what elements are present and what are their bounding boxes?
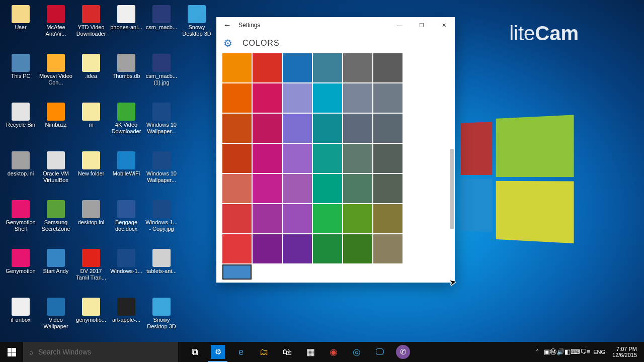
color-swatch[interactable] bbox=[313, 83, 342, 113]
color-swatch[interactable] bbox=[373, 204, 403, 233]
desktop-icon[interactable]: Windows-1... - Copy.jpg bbox=[144, 197, 179, 245]
desktop-icon[interactable]: Start Andy bbox=[38, 246, 73, 294]
desktop-icon[interactable]: m bbox=[73, 100, 109, 148]
color-swatch[interactable] bbox=[343, 114, 372, 143]
desktop-icon[interactable]: MobileWiFi bbox=[109, 148, 144, 197]
color-swatch[interactable] bbox=[222, 234, 252, 263]
color-swatch[interactable] bbox=[283, 204, 312, 233]
tray-icon[interactable]: 🗨 bbox=[580, 348, 587, 355]
color-swatch[interactable] bbox=[253, 83, 282, 113]
desktop-icon[interactable]: Beggage doc.docx bbox=[109, 197, 144, 245]
color-swatch[interactable] bbox=[253, 114, 282, 143]
minimize-button[interactable]: — bbox=[388, 17, 411, 33]
color-swatch[interactable] bbox=[343, 234, 372, 263]
settings-titlebar[interactable]: ← Settings — ☐ ✕ bbox=[216, 17, 455, 33]
color-swatch[interactable] bbox=[373, 83, 403, 113]
scrollbar[interactable] bbox=[448, 53, 455, 283]
desktop-icon[interactable]: Nimbuzz bbox=[38, 100, 73, 148]
desktop-icon[interactable]: 4K Video Downloader bbox=[109, 100, 144, 148]
search-input[interactable] bbox=[38, 348, 172, 356]
color-swatch[interactable] bbox=[253, 204, 282, 233]
desktop-icon[interactable]: iFunbox bbox=[3, 295, 38, 343]
color-swatch[interactable] bbox=[222, 174, 252, 203]
color-swatch[interactable] bbox=[373, 53, 403, 82]
color-swatch[interactable] bbox=[283, 144, 312, 173]
tray-icon[interactable]: ≡ bbox=[587, 348, 591, 355]
color-swatch[interactable] bbox=[343, 83, 372, 113]
color-swatch[interactable] bbox=[222, 83, 252, 113]
taskbar-file-explorer[interactable]: 🗂 bbox=[253, 342, 276, 362]
taskbar-chrome[interactable]: ◉ bbox=[322, 342, 345, 362]
desktop-icon[interactable]: tablets-ani... bbox=[144, 246, 179, 294]
color-swatch[interactable] bbox=[373, 234, 403, 263]
color-swatch[interactable] bbox=[313, 53, 342, 82]
color-swatch[interactable] bbox=[283, 83, 312, 113]
maximize-button[interactable]: ☐ bbox=[411, 17, 433, 33]
desktop-icon[interactable]: Windows-1... bbox=[109, 246, 144, 294]
taskbar-monitor[interactable]: 🖵 bbox=[368, 342, 391, 362]
taskbar-edge[interactable]: e bbox=[229, 342, 253, 362]
desktop-icon[interactable]: genymotio... bbox=[73, 295, 109, 343]
color-swatch[interactable] bbox=[313, 204, 342, 233]
start-button[interactable] bbox=[0, 342, 23, 362]
desktop-icon[interactable]: Thumbs.db bbox=[109, 51, 144, 99]
color-swatch[interactable] bbox=[283, 174, 312, 203]
desktop-icon[interactable]: Genymotion Shell bbox=[3, 197, 38, 245]
color-swatch[interactable] bbox=[253, 174, 282, 203]
taskbar-viber[interactable]: ✆ bbox=[391, 342, 415, 362]
color-swatch[interactable] bbox=[222, 144, 252, 173]
color-swatch[interactable] bbox=[373, 174, 403, 203]
back-button[interactable]: ← bbox=[216, 21, 238, 30]
color-swatch[interactable] bbox=[343, 53, 372, 82]
color-swatch[interactable] bbox=[373, 114, 403, 143]
desktop-icon[interactable]: .idea bbox=[73, 51, 109, 99]
desktop-icon[interactable]: art-apple-... bbox=[109, 295, 144, 343]
close-button[interactable]: ✕ bbox=[433, 17, 455, 33]
color-swatch[interactable] bbox=[313, 114, 342, 143]
desktop-icon[interactable]: Genymotion bbox=[3, 246, 38, 294]
color-swatch[interactable] bbox=[343, 174, 372, 203]
tray-overflow[interactable]: ˄ bbox=[532, 348, 544, 356]
color-swatch[interactable] bbox=[283, 234, 312, 263]
taskbar-opera[interactable]: ◎ bbox=[345, 342, 368, 362]
color-swatch[interactable] bbox=[222, 264, 252, 280]
color-swatch[interactable] bbox=[313, 144, 342, 173]
desktop-icon[interactable]: desktop.ini bbox=[3, 148, 38, 197]
tray-icon[interactable]: ◧ bbox=[565, 348, 571, 355]
color-swatch[interactable] bbox=[373, 144, 403, 173]
color-swatch[interactable] bbox=[313, 174, 342, 203]
desktop-icon[interactable]: csm_macb... bbox=[144, 2, 179, 50]
desktop-icon[interactable]: desktop.ini bbox=[73, 197, 109, 245]
tray-icon[interactable]: ⌨ bbox=[571, 348, 580, 355]
taskbar-task-view[interactable]: ⧉ bbox=[183, 342, 206, 362]
tray-icon[interactable]: Ⓜ bbox=[550, 348, 556, 355]
color-swatch[interactable] bbox=[253, 234, 282, 263]
tray-icon[interactable]: ▣ bbox=[544, 348, 550, 355]
color-swatch[interactable] bbox=[253, 144, 282, 173]
desktop-icon[interactable]: phones-ani... bbox=[109, 2, 144, 50]
color-swatch[interactable] bbox=[283, 53, 312, 82]
clock[interactable]: 7:07 PM 12/6/2015 bbox=[608, 346, 641, 358]
color-swatch[interactable] bbox=[343, 204, 372, 233]
desktop-icon[interactable]: McAfee AntiVir... bbox=[38, 2, 73, 50]
desktop-icon[interactable]: Video Wallpaper bbox=[38, 295, 73, 343]
language-indicator[interactable]: ENG bbox=[590, 349, 608, 355]
color-swatch[interactable] bbox=[222, 53, 252, 82]
desktop-icon[interactable]: csm_macb... (1).jpg bbox=[144, 51, 179, 99]
desktop-icon[interactable]: Windows 10 Wallpaper... bbox=[144, 148, 179, 197]
taskbar-apps-grid[interactable]: ▦ bbox=[299, 342, 322, 362]
desktop-icon[interactable]: YTD Video Downloader bbox=[73, 2, 109, 50]
taskbar-settings-app[interactable]: ⚙ bbox=[206, 342, 229, 362]
color-swatch[interactable] bbox=[313, 234, 342, 263]
desktop-icon[interactable]: Snowy Desktop 3D bbox=[144, 295, 179, 343]
desktop-icon[interactable]: Snowy Desktop 3D bbox=[179, 2, 214, 50]
desktop-icon[interactable]: Samsung SecretZone bbox=[38, 197, 73, 245]
color-swatch[interactable] bbox=[222, 204, 252, 233]
color-swatch[interactable] bbox=[222, 114, 252, 143]
color-swatch[interactable] bbox=[283, 114, 312, 143]
search-box[interactable]: ⌕ bbox=[23, 342, 178, 362]
desktop-icon[interactable]: Windows 10 Wallpaper... bbox=[144, 100, 179, 148]
desktop-icon[interactable]: This PC bbox=[3, 51, 38, 99]
desktop-icon[interactable]: Movavi Video Con... bbox=[38, 51, 73, 99]
desktop-icon[interactable]: New folder bbox=[73, 148, 109, 197]
